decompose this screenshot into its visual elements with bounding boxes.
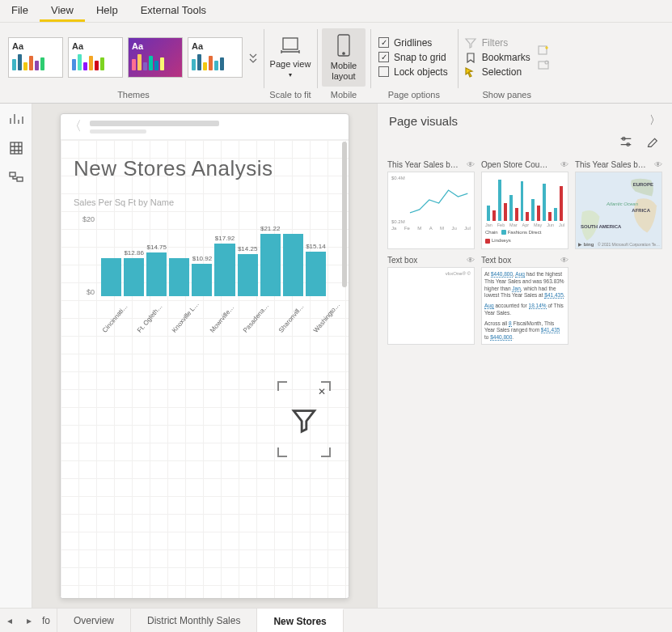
- panel-title: Page visuals: [389, 114, 458, 128]
- bar-column[interactable]: $12.86: [124, 249, 144, 296]
- mobile-icon: [335, 33, 353, 57]
- svg-rect-4: [539, 62, 548, 69]
- visibility-icon[interactable]: 👁: [560, 256, 568, 265]
- svg-rect-8: [17, 177, 23, 181]
- chart-subtitle: Sales Per Sq Ft by Name: [70, 197, 339, 215]
- page-view-button[interactable]: Page view ▾: [268, 28, 312, 87]
- page-view-icon: [279, 35, 302, 56]
- chevron-down-icon: [249, 52, 257, 63]
- checkbox-checked-icon: ✓: [378, 37, 389, 48]
- theme-thumb-1[interactable]: Aa: [8, 37, 63, 78]
- report-view-icon[interactable]: [9, 112, 23, 126]
- visuals-grid: This Year Sales b…👁 $0.4M$0.2M JaFeMAMJu…: [378, 155, 672, 350]
- visual-card-map[interactable]: This Year Sales b…👁 EUROPE AFRICA SOUTH …: [575, 160, 662, 249]
- bookmarks-pane-toggle[interactable]: Bookmarks: [464, 52, 530, 63]
- performance-icon: [537, 59, 550, 70]
- svg-point-5: [545, 61, 548, 64]
- visual-card-bars[interactable]: Open Store Cou…👁 JanFebMarAprMayJunJul C…: [481, 160, 568, 249]
- ribbon: Aa Aa Aa Aa Themes: [0, 23, 672, 104]
- bookmark-icon: [464, 52, 477, 63]
- map-thumb: EUROPE AFRICA SOUTH AMERICA Atlantic Oce…: [575, 172, 662, 249]
- tab-district-monthly-sales[interactable]: District Monthly Sales: [131, 609, 257, 632]
- svg-rect-6: [11, 142, 22, 154]
- collapse-panel-icon[interactable]: 〉: [649, 113, 661, 128]
- eraser-icon[interactable]: [645, 134, 659, 149]
- theme-thumb-3[interactable]: Aa: [128, 37, 183, 78]
- panel-header: Page visuals 〉: [378, 104, 672, 134]
- report-title: New Stores Analysis: [70, 148, 339, 197]
- report-canvas[interactable]: 〈 New Stores Analysis Sales Per Sq Ft by…: [32, 104, 377, 608]
- bar-column[interactable]: $14.75: [146, 244, 167, 296]
- svg-rect-7: [10, 172, 15, 176]
- slicer-visual[interactable]: ✕: [277, 381, 331, 457]
- visual-card-line[interactable]: This Year Sales b…👁 $0.4M$0.2M JaFeMAMJu…: [387, 160, 475, 249]
- bar-column[interactable]: $21.22: [260, 225, 281, 296]
- model-view-icon[interactable]: [9, 170, 23, 185]
- settings-icon[interactable]: [619, 134, 633, 149]
- theme-dropdown[interactable]: [247, 37, 259, 78]
- mobile-canvas[interactable]: New Stores Analysis Sales Per Sq Ft by N…: [61, 140, 349, 598]
- theme-sample-text: Aa: [132, 41, 179, 51]
- visibility-icon[interactable]: 👁: [467, 160, 475, 169]
- menu-bar: File View Help External Tools: [0, 0, 672, 23]
- bar-column[interactable]: $17.92: [214, 235, 235, 296]
- data-view-icon[interactable]: [9, 141, 23, 155]
- theme-sample-text: Aa: [72, 41, 119, 51]
- resize-handle[interactable]: [277, 447, 287, 457]
- visual-card-title: Open Store Cou…: [481, 160, 547, 169]
- tab-nav-next[interactable]: ▸: [19, 609, 39, 632]
- bar-column[interactable]: $14.25: [238, 245, 258, 296]
- tab-nav-prev[interactable]: ◂: [0, 609, 19, 632]
- tab-partial[interactable]: fo: [39, 609, 57, 632]
- ribbon-group-show-panes: Filters Bookmarks Selection Show panes: [458, 23, 556, 103]
- mobile-frame: 〈 New Stores Analysis Sales Per Sq Ft by…: [60, 113, 349, 599]
- bar-column[interactable]: $10.92: [192, 255, 212, 296]
- visual-card-textbox2[interactable]: Text box👁 At $440,800, Aug had the highe…: [481, 256, 568, 345]
- menu-help[interactable]: Help: [85, 0, 129, 22]
- bar-column[interactable]: [283, 232, 303, 296]
- tab-new-stores[interactable]: New Stores: [257, 609, 343, 632]
- theme-thumb-4[interactable]: Aa: [188, 37, 243, 78]
- funnel-icon: [464, 37, 477, 49]
- tab-overview[interactable]: Overview: [57, 609, 131, 632]
- bar-column[interactable]: [169, 257, 189, 296]
- theme-sample-text: Aa: [192, 41, 239, 51]
- menu-view[interactable]: View: [40, 0, 85, 22]
- performance-toggle[interactable]: [537, 59, 550, 70]
- visibility-icon[interactable]: 👁: [654, 160, 662, 169]
- bar-column[interactable]: [101, 257, 121, 296]
- ribbon-label-show-panes: Show panes: [482, 88, 531, 101]
- mobile-title-placeholder: [90, 121, 219, 134]
- visibility-icon[interactable]: 👁: [560, 160, 568, 169]
- filters-pane-toggle[interactable]: Filters: [464, 37, 530, 49]
- checkbox-unchecked-icon: [378, 66, 389, 77]
- ribbon-label-page-options: Page options: [388, 88, 440, 101]
- visibility-icon[interactable]: 👁: [467, 256, 475, 265]
- gridlines-checkbox[interactable]: ✓Gridlines: [378, 37, 448, 49]
- menu-external-tools[interactable]: External Tools: [129, 0, 218, 22]
- left-nav-rail: [0, 104, 32, 608]
- ribbon-group-mobile: Mobile layout Mobile: [317, 23, 370, 103]
- scrollbar[interactable]: [342, 142, 347, 287]
- snap-to-grid-checkbox[interactable]: ✓Snap to grid: [378, 52, 448, 63]
- page-tabs: ◂ ▸ fo Overview District Monthly Sales N…: [0, 608, 672, 632]
- visual-card-title: This Year Sales b…: [387, 160, 459, 169]
- mobile-layout-button[interactable]: Mobile layout: [322, 28, 366, 87]
- remove-visual-icon[interactable]: ✕: [318, 386, 326, 397]
- back-icon[interactable]: 〈: [69, 118, 82, 135]
- bar-chart-visual[interactable]: $20 $0 $12.86$14.75$10.92$17.92$14.25$21…: [74, 215, 326, 312]
- resize-handle[interactable]: [277, 381, 287, 391]
- lock-objects-checkbox[interactable]: Lock objects: [378, 66, 448, 78]
- svg-rect-0: [283, 38, 298, 49]
- theme-thumb-2[interactable]: Aa: [68, 37, 123, 78]
- selection-pane-toggle[interactable]: Selection: [464, 66, 530, 78]
- ribbon-label-scale: Scale to fit: [269, 88, 311, 101]
- ribbon-group-page-options: ✓Gridlines ✓Snap to grid Lock objects Pa…: [370, 23, 458, 103]
- resize-handle[interactable]: [321, 447, 331, 457]
- visual-card-textbox1[interactable]: Text box👁 vbxOne® ©: [387, 256, 475, 345]
- sync-slicers-toggle[interactable]: [537, 45, 550, 56]
- bar-column[interactable]: $15.14: [306, 243, 326, 296]
- ribbon-label-mobile: Mobile: [331, 88, 357, 101]
- menu-file[interactable]: File: [0, 0, 40, 22]
- panel-toolbar: [378, 134, 672, 155]
